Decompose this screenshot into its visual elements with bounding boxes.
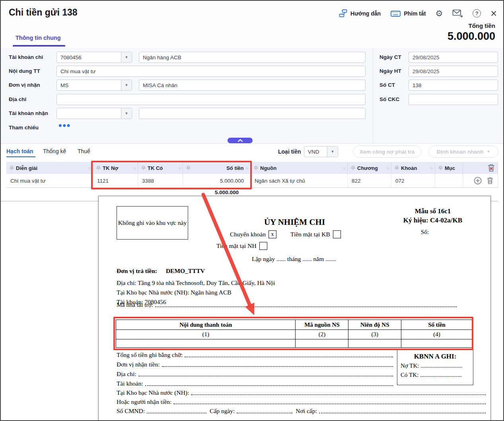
receive-account-name-field[interactable] — [139, 108, 366, 119]
close-icon: × — [490, 9, 497, 18]
grid-col-tk-co[interactable]: TK Có ↑↓ — [138, 162, 183, 174]
tab-thue[interactable]: Thuế — [78, 148, 90, 154]
tab-general-info[interactable]: Thông tin chung — [16, 35, 61, 41]
chevron-down-icon: ▼ — [327, 146, 338, 157]
sort-icon[interactable]: ↑↓ — [133, 166, 136, 170]
grid-col-chuong[interactable]: Chương ↑↓ — [348, 162, 391, 174]
pay-account-combo[interactable]: 7080456 ▼ — [56, 52, 132, 63]
settings-button[interactable]: ⚙ — [435, 9, 443, 18]
chevron-down-icon: ▼ — [486, 150, 490, 154]
receive-account-combo[interactable]: ▼ — [56, 108, 132, 119]
pay-account-name-field[interactable]: Ngân hàng ACB — [139, 52, 366, 63]
payer-value: DEMO_TTTV — [166, 267, 205, 274]
label-tai-khoan-nhan: Tài khoản nhận — [9, 110, 48, 116]
chevron-down-icon: ▼ — [121, 80, 132, 90]
reference-more-button[interactable]: ••• — [58, 121, 71, 129]
total-value: 5.000.000 — [448, 30, 495, 43]
active-tab-underline — [13, 45, 65, 47]
transfer-checkbox-row: Chuyển khoản x — [230, 230, 276, 238]
page-title: Chi tiền gửi 138 — [9, 7, 78, 18]
label-tai-khoan-chi: Tài khoản chi — [9, 54, 43, 60]
cell-tk-co[interactable]: 3388 — [138, 174, 183, 188]
keyboard-icon — [390, 9, 401, 18]
grid-col-nguon[interactable]: Nguồn ↑↓ — [251, 162, 348, 174]
sponsor-line: Mã nhà tài trợ: — [117, 301, 457, 308]
sort-icon[interactable]: ↑↓ — [246, 166, 248, 170]
posting-date-field[interactable]: 29/08/2025 — [409, 66, 498, 77]
mail-send-icon — [452, 9, 463, 18]
sort-icon[interactable]: ↑↓ — [178, 166, 181, 170]
receiver-unit-combo[interactable]: MS ▼ — [56, 80, 132, 91]
pin-icon[interactable] — [186, 166, 191, 171]
pin-icon[interactable] — [10, 166, 14, 171]
quick-posting-button[interactable]: Định khoản nhanh ▼ — [428, 146, 498, 158]
grid-col-khoan[interactable]: Khoản ↑↓ — [391, 162, 435, 174]
voucher-number-field[interactable]: 138 — [409, 80, 498, 91]
id-card-line: Số CMND: Cấp ngày: Nơi cấp: — [117, 407, 486, 415]
chevron-up-icon — [237, 139, 243, 142]
tab-thong-ke[interactable]: Thống kê — [43, 148, 66, 154]
receiver-unit-name-field[interactable]: MISA Cá nhân — [139, 80, 366, 91]
sort-icon[interactable]: ↑↓ — [343, 166, 345, 170]
view-payables-button[interactable]: Xem công nợ phải trả — [353, 146, 421, 158]
payment-description-field[interactable]: Chi mua vật tư — [56, 66, 366, 77]
receiver-address-line: Địa chỉ: — [117, 370, 393, 378]
sort-icon[interactable]: ↑↓ — [88, 166, 91, 170]
collapse-form-button[interactable] — [228, 138, 253, 143]
cell-nguon[interactable]: Ngân sách Xã tự chủ — [251, 174, 348, 188]
guide-button[interactable]: Hướng dẫn — [339, 9, 381, 18]
payment-order-document: Không ghi vào khu vực này ỦY NHIỆM CHI M… — [98, 196, 491, 421]
cell-muc[interactable] — [435, 174, 463, 188]
pin-icon[interactable] — [254, 166, 258, 171]
voucher-date-field[interactable]: 29/08/2025 — [409, 52, 498, 63]
sort-icon[interactable]: ↑↓ — [430, 166, 433, 170]
cell-chuong[interactable]: 822 — [348, 174, 391, 188]
cell-khoan[interactable]: 072 — [391, 174, 435, 188]
subtab-underline — [6, 156, 35, 157]
document-number-label: Số: — [393, 229, 457, 236]
form-number-block: Mẫu số 16c1 Ký hiệu: C4-02a/KB — [393, 207, 473, 225]
tab-hach-toan[interactable]: Hạch toán — [6, 148, 33, 154]
total-amount-block: Tổng tiền 5.000.000 — [448, 22, 495, 43]
label-so-ckc: Số CKC — [379, 96, 399, 102]
payment-detail-table: Nội dung thanh toán Mã nguồn NS Niên độ … — [116, 320, 473, 348]
grid-col-dien-giai[interactable]: Diễn giải ↑↓ — [6, 162, 93, 174]
grid-total-amount: 5.000.000 — [183, 189, 245, 195]
payer-bank-line: Tại Kho bạc Nhà nước (NH): Ngân hàng ACB — [117, 289, 232, 296]
pin-icon[interactable] — [395, 166, 399, 171]
total-label: Tổng tiền — [448, 22, 495, 29]
grid-col-so-tien[interactable]: Số tiền ↑↓ — [183, 162, 251, 174]
flowchart-guide-icon — [339, 9, 348, 18]
cell-tk-no[interactable]: 1121 — [93, 174, 138, 188]
pin-icon[interactable] — [438, 166, 443, 171]
sort-icon[interactable]: ↑↓ — [387, 166, 389, 170]
delete-row-icon[interactable] — [486, 177, 494, 185]
payment-voucher-window: Chi tiền gửi 138 Hướng dẫn — [0, 0, 504, 421]
cash-kb-checkbox — [333, 230, 341, 238]
currency-combo[interactable]: VND ▼ — [304, 146, 338, 157]
receiver-line: Đơn vị nhận tiền: — [117, 361, 393, 368]
help-button[interactable]: ? — [473, 9, 481, 18]
cell-dien-giai[interactable]: Chi mua vật tư — [6, 174, 93, 188]
cash-kb-checkbox-row: Tiền mặt tại KB — [290, 230, 341, 238]
grid-col-actions — [463, 162, 498, 174]
delete-column-icon[interactable] — [487, 164, 495, 172]
ckc-number-field[interactable] — [409, 94, 498, 105]
label-dia-chi: Địa chỉ — [9, 96, 26, 102]
payer-line: Đơn vị trả tiền: DEMO_TTTV — [117, 267, 205, 275]
shortcut-button[interactable]: Phím tắt — [390, 9, 426, 18]
question-icon: ? — [473, 9, 481, 18]
pin-icon[interactable] — [141, 166, 146, 171]
pin-icon[interactable] — [351, 166, 355, 171]
close-button[interactable]: × — [490, 9, 497, 18]
send-feedback-button[interactable] — [452, 9, 463, 18]
add-row-icon[interactable] — [474, 177, 482, 185]
cell-so-tien[interactable]: 5.000.000 — [183, 174, 251, 188]
grid-col-tk-no[interactable]: TK Nợ ↑↓ — [93, 162, 138, 174]
address-field[interactable] — [56, 94, 366, 105]
pin-icon[interactable] — [96, 166, 101, 171]
chevron-down-icon: ▼ — [121, 52, 132, 62]
chevron-down-icon: ▼ — [121, 108, 132, 119]
or-receiver-line: Hoặc người nhận tiền: — [117, 398, 486, 405]
grid-col-muc[interactable]: Mục — [435, 162, 463, 174]
